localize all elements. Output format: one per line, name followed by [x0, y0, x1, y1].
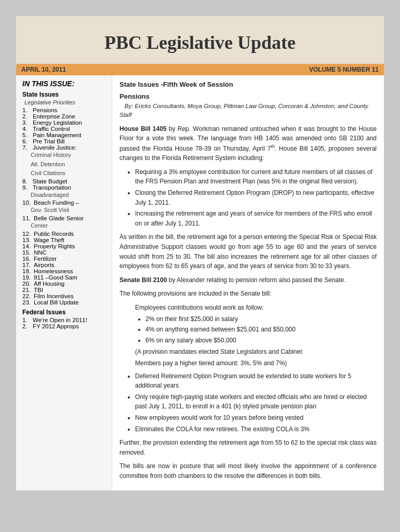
federal-items-list: 1.We're Open in 2011! 2.FY 2012 Approps	[22, 317, 108, 329]
list-item: 10.Beach Funding –	[22, 200, 108, 206]
list-item: 6.Pre Trial Bill	[22, 138, 108, 144]
bullet-item: Deferred Retirement Option Program would…	[135, 371, 377, 391]
list-item: Center	[22, 221, 108, 231]
list-item: 17.Airports	[22, 262, 108, 268]
provision-note2: Members pay a higher tiered amount: 3%, …	[119, 358, 377, 368]
list-item: 8.State Budget	[22, 178, 108, 184]
special-risk-paragraph: As written in the bill, the retirement a…	[119, 232, 377, 271]
list-item: 23.Local Bill Update	[22, 299, 108, 305]
further-text: Further, the provision extending the ret…	[119, 438, 377, 457]
list-item: 19.911 –Good Sam	[22, 274, 108, 281]
bullet-item: Increasing the retirement age and years …	[135, 209, 377, 228]
content-area: IN THIS ISSUE: State Issues Legislative …	[16, 75, 384, 490]
pensions-title: Pensions	[119, 92, 377, 100]
bullet-item: Eliminates the COLA for new retirees. Th…	[135, 424, 377, 434]
hb1405-paragraph: House Bill 1405 by Rep. Workman remained…	[119, 124, 377, 163]
list-item: 22.Film Incentives	[22, 293, 108, 299]
list-item: 5.Pain Management	[22, 132, 108, 138]
list-item: 20.Aff Housing	[22, 281, 108, 287]
list-item: 14.Property Rights	[22, 243, 108, 249]
in-this-issue-title: IN THIS ISSUE:	[22, 79, 108, 88]
date-bar: APRIL 10, 2011 VOLUME 5 NUMBER 11	[16, 64, 384, 75]
sb2100-paragraph: Senate Bill 2100 by Alexander relating t…	[119, 275, 377, 285]
list-item: Civil Citations	[22, 169, 108, 178]
senate-provisions-intro: The following provisions are included in…	[119, 289, 377, 299]
list-item: 7.Juvenile Justice:	[22, 144, 108, 151]
list-item: 2.FY 2012 Approps	[22, 323, 108, 329]
header-area: PBC Legislative Update	[16, 16, 384, 64]
list-item: 2.Enterprise Zone	[22, 113, 108, 119]
more-bullets: Deferred Retirement Option Program would…	[119, 371, 377, 434]
sidebar: IN THIS ISSUE: State Issues Legislative …	[16, 75, 112, 490]
federal-issues-title: Federal Issues	[22, 309, 108, 316]
list-item: Gov. Scott Visit	[22, 206, 108, 215]
indent-bullets: 2% on their first $25,000 in salary 4% o…	[119, 314, 377, 345]
section-header: State Issues -Fifth Week of Session	[119, 81, 377, 88]
list-item: 21.TBI	[22, 287, 108, 293]
list-item: 11.Belle Glade Senior	[22, 215, 108, 221]
list-item: 15.NNC	[22, 249, 108, 256]
list-item: Alt. Detention	[22, 160, 108, 169]
main-content: State Issues -Fifth Week of Session Pens…	[112, 75, 384, 490]
list-item: Criminal History	[22, 151, 108, 160]
date-label: APRIL 10, 2011	[21, 66, 66, 73]
state-items-list: 1.Pensions 2.Enterprise Zone 3.Energy Le…	[22, 107, 108, 305]
list-item: Disadvantaged	[22, 191, 108, 200]
page-title: PBC Legislative Update	[26, 32, 374, 54]
list-item: 1.We're Open in 2011!	[22, 317, 108, 323]
list-item: 3.Energy Legislation	[22, 119, 108, 126]
list-item: 12.Public Records	[22, 231, 108, 237]
indent-bullet-item: 2% on their first $25,000 in salary	[145, 314, 377, 324]
list-item: 9.Transportation	[22, 184, 108, 191]
bullet-item: New employees would work for 10 years be…	[135, 413, 377, 423]
legislative-priorities-label: Legislative Priorities	[22, 99, 108, 105]
page-container: PBC Legislative Update APRIL 10, 2011 VO…	[16, 16, 384, 491]
list-item: 4.Traffic Control	[22, 126, 108, 132]
bullet-item: Requiring a 3% employee contribution for…	[135, 167, 377, 187]
posture-text: The bills are now in posture that will m…	[119, 461, 377, 481]
state-issues-title: State Issues	[22, 91, 108, 98]
volume-label: VOLUME 5 NUMBER 11	[309, 66, 379, 73]
indent-bullet-item: 4% on anything earned between $25,001 an…	[145, 325, 377, 335]
employee-contrib-intro: Employees contributions would work as fo…	[119, 303, 377, 313]
list-item: 16.Fertilizer	[22, 256, 108, 262]
bullet-item: Closing the Deferred Retirement Option P…	[135, 188, 377, 207]
hb1405-bullets: Requiring a 3% employee contribution for…	[119, 167, 377, 229]
provision-note1: (A provision mandates elected State Legi…	[119, 347, 377, 357]
list-item: 1.Pensions	[22, 107, 108, 113]
indent-bullet-item: 6% on any salary above $50,000	[145, 336, 377, 345]
bullet-item: Only require high-paying state workers a…	[135, 392, 377, 411]
pensions-byline: By: Ericks Consultants, Moya Group, Pitt…	[119, 102, 377, 120]
list-item: 18.Homelessness	[22, 268, 108, 274]
list-item: 13.Wage Theft	[22, 237, 108, 243]
